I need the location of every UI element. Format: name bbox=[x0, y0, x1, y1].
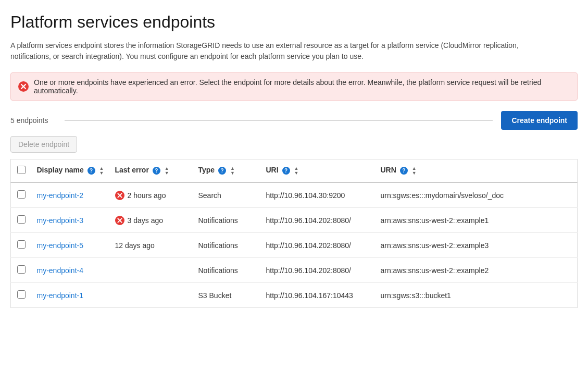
row-last-error bbox=[110, 283, 193, 308]
row-name: my-endpoint-4 bbox=[32, 258, 110, 283]
row-error-icon bbox=[115, 191, 124, 200]
uri-help-icon[interactable]: ? bbox=[282, 167, 290, 175]
row-last-error: 2 hours ago bbox=[110, 182, 193, 208]
last-error-help-icon[interactable]: ? bbox=[153, 167, 160, 175]
row-checkbox-cell bbox=[11, 283, 32, 308]
table-row[interactable]: my-endpoint-33 days agoNotificationshttp… bbox=[11, 208, 578, 233]
table-row[interactable]: my-endpoint-4Notificationshttp://10.96.1… bbox=[11, 258, 578, 283]
last-error-sort[interactable]: ▲▼ bbox=[165, 166, 169, 176]
table-header-row: Display name ? ▲▼ Last error ? ▲▼ Type ?… bbox=[11, 159, 578, 183]
row-urn: arn:aws:sns:us-west-2::example3 bbox=[376, 233, 578, 258]
toolbar: 5 endpoints Create endpoint bbox=[10, 111, 578, 130]
row-error-icon bbox=[115, 216, 124, 225]
row-last-error: 3 days ago bbox=[110, 208, 193, 233]
type-help-icon[interactable]: ? bbox=[218, 167, 226, 175]
urn-sort[interactable]: ▲▼ bbox=[412, 166, 417, 176]
urn-help-icon[interactable]: ? bbox=[400, 167, 408, 175]
row-checkbox-cell bbox=[11, 182, 32, 208]
delete-endpoint-button[interactable]: Delete endpoint bbox=[10, 136, 77, 153]
row-type: S3 Bucket bbox=[193, 283, 261, 308]
row-checkbox-cell bbox=[11, 258, 32, 283]
table-row[interactable]: my-endpoint-512 days agoNotificationshtt… bbox=[11, 233, 578, 258]
type-sort[interactable]: ▲▼ bbox=[230, 166, 235, 176]
row-urn: urn:sgws:es:::mydomain/sveloso/_doc bbox=[376, 182, 578, 208]
create-endpoint-button[interactable]: Create endpoint bbox=[501, 111, 578, 130]
row-checkbox-cell bbox=[11, 208, 32, 233]
header-checkbox-col bbox=[11, 159, 32, 183]
row-urn: urn:sgws:s3:::bucket1 bbox=[376, 283, 578, 308]
row-type: Search bbox=[193, 182, 261, 208]
header-last-error: Last error ? ▲▼ bbox=[110, 159, 193, 183]
row-uri: http://10.96.104.202:8080/ bbox=[261, 208, 376, 233]
row-type: Notifications bbox=[193, 258, 261, 283]
row-urn: arn:aws:sns:us-west-2::example1 bbox=[376, 208, 578, 233]
select-all-checkbox[interactable] bbox=[17, 166, 26, 174]
row-checkbox[interactable] bbox=[17, 215, 26, 224]
row-type: Notifications bbox=[193, 233, 261, 258]
alert-text: One or more endpoints have experienced a… bbox=[34, 78, 570, 95]
row-error-time: 12 days ago bbox=[115, 241, 155, 250]
divider bbox=[65, 120, 493, 121]
header-urn: URN ? ▲▼ bbox=[376, 159, 578, 183]
uri-sort[interactable]: ▲▼ bbox=[294, 166, 298, 176]
row-type: Notifications bbox=[193, 208, 261, 233]
table-row[interactable]: my-endpoint-22 hours agoSearchhttp://10.… bbox=[11, 182, 578, 208]
row-uri: http://10.96.104.202:8080/ bbox=[261, 233, 376, 258]
row-checkbox[interactable] bbox=[17, 265, 26, 274]
row-checkbox[interactable] bbox=[17, 290, 26, 299]
row-checkbox-cell bbox=[11, 233, 32, 258]
row-error-time: 3 days ago bbox=[128, 216, 164, 225]
table-row[interactable]: my-endpoint-1S3 Buckethttp://10.96.104.1… bbox=[11, 283, 578, 308]
alert-banner: One or more endpoints have experienced a… bbox=[10, 72, 578, 101]
row-name: my-endpoint-1 bbox=[32, 283, 110, 308]
row-uri: http://10.96.104.202:8080/ bbox=[261, 258, 376, 283]
row-name: my-endpoint-2 bbox=[32, 182, 110, 208]
header-uri: URI ? ▲▼ bbox=[261, 159, 376, 183]
display-name-sort[interactable]: ▲▼ bbox=[99, 166, 104, 176]
row-checkbox[interactable] bbox=[17, 240, 26, 249]
row-last-error: 12 days ago bbox=[110, 233, 193, 258]
row-last-error bbox=[110, 258, 193, 283]
row-name: my-endpoint-5 bbox=[32, 233, 110, 258]
display-name-help-icon[interactable]: ? bbox=[87, 167, 95, 175]
row-uri: http://10.96.104.30:9200 bbox=[261, 182, 376, 208]
endpoint-count: 5 endpoints bbox=[10, 116, 48, 125]
page-title: Platform services endpoints bbox=[10, 13, 578, 32]
header-type: Type ? ▲▼ bbox=[193, 159, 261, 183]
row-name: my-endpoint-3 bbox=[32, 208, 110, 233]
row-urn: arn:aws:sns:us-west-2::example2 bbox=[376, 258, 578, 283]
row-error-time: 2 hours ago bbox=[128, 191, 166, 200]
row-checkbox[interactable] bbox=[17, 190, 26, 199]
row-uri: http://10.96.104.167:10443 bbox=[261, 283, 376, 308]
page-description: A platform services endpoint stores the … bbox=[10, 40, 557, 62]
error-icon bbox=[18, 81, 29, 92]
endpoints-table: Display name ? ▲▼ Last error ? ▲▼ Type ?… bbox=[10, 159, 578, 308]
header-display-name: Display name ? ▲▼ bbox=[32, 159, 110, 183]
